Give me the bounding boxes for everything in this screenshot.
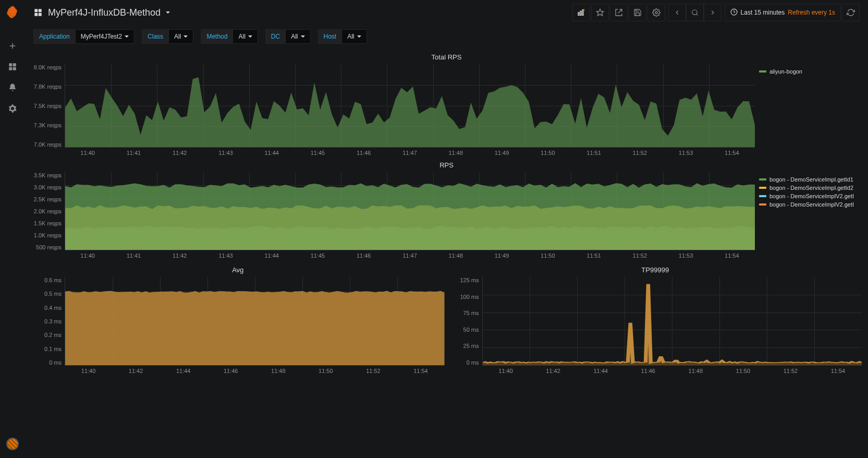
legend-label: bogon - DemoServiceImplV2.getI bbox=[769, 193, 854, 199]
svg-point-15 bbox=[692, 10, 696, 15]
panel-rps: RPS 3.5K reqps3.0K reqps2.5K reqps2.0K r… bbox=[31, 158, 862, 259]
x-tick: 11:51 bbox=[571, 252, 617, 259]
settings-button[interactable] bbox=[647, 4, 665, 21]
x-tick: 11:48 bbox=[254, 368, 302, 374]
share-button[interactable] bbox=[610, 4, 628, 21]
y-tick: 7.5K reqps bbox=[31, 103, 62, 109]
x-tick: 11:46 bbox=[341, 150, 387, 156]
svg-rect-8 bbox=[34, 13, 38, 16]
refresh-button[interactable] bbox=[842, 4, 860, 21]
chevron-down-icon bbox=[301, 35, 305, 38]
y-tick: 125 ms bbox=[449, 277, 479, 283]
x-tick: 11:52 bbox=[349, 368, 397, 374]
sidebar-alerting[interactable] bbox=[0, 77, 25, 98]
legend-item[interactable]: bogon - DemoServiceImplV2.getI bbox=[759, 200, 858, 209]
svg-rect-6 bbox=[34, 9, 38, 12]
x-tick: 11:47 bbox=[387, 150, 433, 156]
x-tick: 11:54 bbox=[709, 252, 755, 259]
x-tick: 11:42 bbox=[112, 368, 160, 374]
x-tick: 11:40 bbox=[65, 368, 112, 374]
legend-swatch bbox=[759, 187, 766, 189]
panel-title[interactable]: Total RPS bbox=[31, 50, 862, 64]
legend-swatch bbox=[759, 178, 766, 180]
dashboard-title[interactable]: MyPerf4J-InfluxDB-Method bbox=[33, 7, 170, 18]
svg-rect-2 bbox=[9, 63, 12, 66]
x-tick: 11:49 bbox=[479, 252, 524, 259]
var-label-dc: DC bbox=[265, 29, 285, 44]
panel-title[interactable]: RPS bbox=[31, 158, 862, 172]
x-tick: 11:51 bbox=[571, 150, 617, 156]
x-tick: 11:52 bbox=[617, 150, 663, 156]
var-value-class[interactable]: All bbox=[168, 29, 193, 44]
x-tick: 11:43 bbox=[203, 252, 249, 259]
star-button[interactable] bbox=[591, 4, 609, 21]
y-tick: 7.0K reqps bbox=[31, 141, 62, 148]
legend-item[interactable]: aliyun-bogon bbox=[759, 67, 858, 76]
var-value-dc[interactable]: All bbox=[285, 29, 310, 44]
x-tick: 11:54 bbox=[709, 150, 755, 156]
sidebar-add[interactable] bbox=[0, 35, 25, 56]
x-tick: 11:42 bbox=[530, 368, 577, 374]
legend-item[interactable]: bogon - DemoServiceImpl.getId2 bbox=[759, 184, 858, 192]
time-range-picker[interactable]: Last 15 minutes Refresh every 1s bbox=[725, 4, 841, 21]
x-tick: 11:46 bbox=[207, 368, 254, 374]
var-label-class: Class bbox=[142, 29, 168, 44]
time-forward-button[interactable] bbox=[704, 4, 722, 21]
svg-rect-5 bbox=[13, 67, 16, 70]
panel-title[interactable]: TP99999 bbox=[449, 263, 862, 277]
legend-label: aliyun-bogon bbox=[769, 68, 802, 75]
x-tick: 11:48 bbox=[433, 252, 479, 259]
x-tick: 11:48 bbox=[433, 150, 479, 156]
zoom-out-button[interactable] bbox=[686, 4, 704, 21]
svg-rect-9 bbox=[39, 13, 42, 16]
x-tick: 11:41 bbox=[111, 252, 156, 259]
y-tick: 0 ms bbox=[31, 359, 62, 366]
y-tick: 25 ms bbox=[449, 343, 479, 349]
y-tick: 0.3 ms bbox=[31, 318, 62, 324]
y-tick: 1.5K reqps bbox=[31, 220, 62, 226]
grafana-logo[interactable] bbox=[5, 5, 20, 20]
chevron-down-icon bbox=[357, 35, 361, 38]
x-tick: 11:41 bbox=[111, 150, 156, 156]
x-tick: 11:44 bbox=[577, 368, 625, 374]
y-tick: 7.8K reqps bbox=[31, 83, 62, 90]
var-value-method[interactable]: All bbox=[233, 29, 258, 44]
x-tick: 11:42 bbox=[157, 252, 203, 259]
var-label-application: Application bbox=[33, 29, 75, 44]
y-tick: 2.0K reqps bbox=[31, 208, 62, 214]
clock-icon bbox=[730, 8, 738, 17]
chevron-down-icon bbox=[248, 35, 252, 38]
svg-rect-11 bbox=[580, 11, 581, 15]
time-back-button[interactable] bbox=[668, 4, 686, 21]
legend-swatch bbox=[759, 203, 766, 206]
svg-point-14 bbox=[655, 11, 657, 14]
y-tick: 0.6 ms bbox=[31, 277, 62, 283]
svg-rect-4 bbox=[9, 67, 12, 70]
y-tick: 1.0K reqps bbox=[31, 232, 62, 238]
y-tick: 3.0K reqps bbox=[31, 184, 62, 190]
save-button[interactable] bbox=[629, 4, 646, 21]
x-tick: 11:40 bbox=[65, 150, 111, 156]
x-tick: 11:47 bbox=[387, 252, 433, 259]
x-tick: 11:54 bbox=[814, 368, 862, 374]
user-avatar[interactable] bbox=[6, 438, 19, 450]
add-panel-button[interactable] bbox=[572, 4, 590, 21]
time-range-label: Last 15 minutes bbox=[741, 9, 785, 16]
panel-title[interactable]: Avg bbox=[31, 263, 445, 277]
legend-label: bogon - DemoServiceImpl.getId1 bbox=[769, 176, 853, 183]
var-value-application[interactable]: MyPerf4JTest2 bbox=[75, 29, 135, 44]
y-tick: 3.5K reqps bbox=[31, 172, 62, 178]
y-tick: 0 ms bbox=[449, 359, 479, 366]
panel-total-rps: Total RPS 8.0K reqps7.8K reqps7.5K reqps… bbox=[31, 50, 862, 156]
x-tick: 11:52 bbox=[617, 252, 663, 259]
sidebar-dashboards[interactable] bbox=[0, 56, 25, 77]
legend-item[interactable]: bogon - DemoServiceImplV2.getI bbox=[759, 192, 858, 200]
var-value-host[interactable]: All bbox=[341, 29, 366, 44]
x-tick: 11:45 bbox=[295, 150, 340, 156]
x-tick: 11:46 bbox=[341, 252, 387, 259]
sidebar-config[interactable] bbox=[0, 98, 25, 119]
x-tick: 11:40 bbox=[65, 252, 111, 259]
dashboard-title-text: MyPerf4J-InfluxDB-Method bbox=[48, 7, 161, 18]
legend-item[interactable]: bogon - DemoServiceImpl.getId1 bbox=[759, 175, 858, 184]
x-tick: 11:53 bbox=[663, 252, 708, 259]
